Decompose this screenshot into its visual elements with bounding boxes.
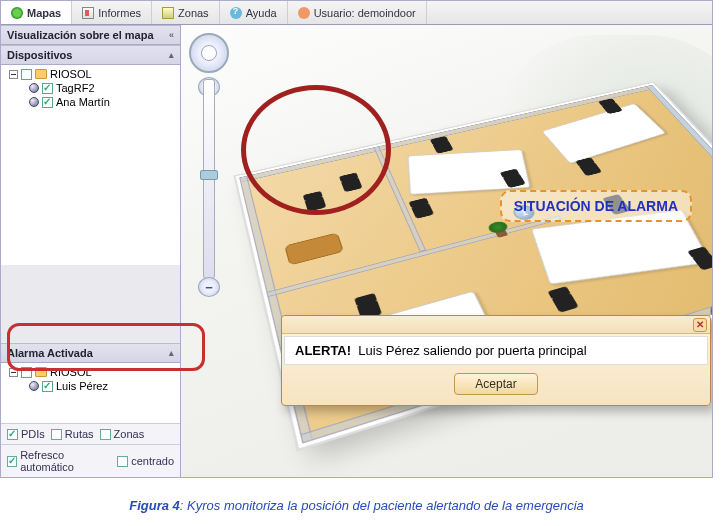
tree-root-riosol-alarm[interactable]: RIOSOL [7, 365, 180, 379]
alert-message: ALERTA! Luis Pérez saliendo por puerta p… [284, 336, 708, 365]
tree-root-riosol[interactable]: RIOSOL [7, 67, 180, 81]
accept-button[interactable]: Aceptar [454, 373, 537, 395]
tree-label: RIOSOL [50, 68, 92, 80]
tree-item-tagrf2[interactable]: TagRF2 [7, 81, 180, 95]
panel-title: Alarma Activada [7, 347, 93, 359]
tab-informes[interactable]: Informes [72, 1, 152, 24]
device-icon [29, 83, 39, 93]
device-icon [29, 381, 39, 391]
check-refresco[interactable]: Refresco automático [7, 449, 111, 473]
check-centrado[interactable]: centrado [117, 455, 174, 467]
tab-label: Usuario: demoindoor [314, 7, 416, 19]
chair [341, 177, 363, 192]
tab-label: Ayuda [246, 7, 277, 19]
alert-titlebar[interactable]: ✕ [282, 316, 710, 334]
checkbox[interactable] [42, 97, 53, 108]
tab-usuario[interactable]: Usuario: demoindoor [288, 1, 427, 24]
tab-ayuda[interactable]: Ayuda [220, 1, 288, 24]
panel-devices[interactable]: Dispositivos ▴ [1, 45, 180, 65]
alarm-situation-callout: SITUACIÓN DE ALARMA [500, 190, 692, 222]
tree-label: Ana Martín [56, 96, 110, 108]
help-icon [230, 7, 242, 19]
tree-item-luis[interactable]: Luis Pérez [7, 379, 180, 393]
couch [284, 232, 344, 265]
chair [411, 202, 435, 219]
folder-icon [35, 69, 47, 79]
collapse-icon[interactable]: ▴ [169, 50, 174, 60]
panel-alarm[interactable]: Alarma Activada ▴ [1, 343, 180, 363]
collapse-icon[interactable]: « [169, 30, 174, 40]
options-row-1: PDIs Rutas Zonas [1, 423, 180, 444]
tab-label: Mapas [27, 7, 61, 19]
map-viewport[interactable]: + − [181, 25, 712, 477]
panel-title: Visualización sobre el mapa [7, 29, 154, 41]
figure-label: Figura 4 [129, 498, 180, 513]
alert-title: ALERTA! [295, 343, 351, 358]
figure-caption: Figura 4: Kyros monitoriza la posición d… [0, 478, 713, 513]
devices-tree: RIOSOL TagRF2 Ana Martín [1, 65, 180, 265]
figure-text: : Kyros monitoriza la posición del pacie… [180, 498, 584, 513]
chair [432, 140, 454, 154]
tree-item-ana[interactable]: Ana Martín [7, 95, 180, 109]
tab-mapas[interactable]: Mapas [1, 1, 72, 24]
report-icon [82, 7, 94, 19]
checkbox[interactable] [42, 381, 53, 392]
expand-toggle-icon[interactable] [9, 368, 18, 377]
checkbox[interactable] [42, 83, 53, 94]
tab-zonas[interactable]: Zonas [152, 1, 220, 24]
chair [691, 252, 712, 271]
chair [551, 292, 579, 313]
floorplan-3d: 1 2 3 [201, 69, 712, 477]
alert-text: Luis Pérez saliendo por puerta principal [358, 343, 586, 358]
checkbox[interactable] [21, 367, 32, 378]
checkbox[interactable] [21, 69, 32, 80]
check-pdis[interactable]: PDIs [7, 428, 45, 440]
check-rutas[interactable]: Rutas [51, 428, 94, 440]
sidebar: Visualización sobre el mapa « Dispositiv… [1, 25, 181, 477]
pan-compass[interactable] [189, 33, 229, 73]
user-icon [298, 7, 310, 19]
chair [578, 161, 602, 176]
tree-label: Luis Pérez [56, 380, 108, 392]
chair [304, 195, 326, 211]
tree-label: RIOSOL [50, 366, 92, 378]
close-button[interactable]: ✕ [693, 318, 707, 332]
collapse-icon[interactable]: ▴ [169, 348, 174, 358]
alert-actions: Aceptar [282, 367, 710, 405]
main-toolbar: Mapas Informes Zonas Ayuda Usuario: demo… [1, 1, 712, 25]
options-row-2: Refresco automático centrado [1, 444, 180, 477]
tab-label: Informes [98, 7, 141, 19]
desk [541, 103, 666, 164]
tab-label: Zonas [178, 7, 209, 19]
zoom-out-button[interactable]: − [198, 277, 220, 297]
folder-icon [35, 367, 47, 377]
device-icon [29, 97, 39, 107]
alert-dialog: ✕ ALERTA! Luis Pérez saliendo por puerta… [281, 315, 711, 406]
globe-icon [11, 7, 23, 19]
tree-label: TagRF2 [56, 82, 95, 94]
expand-toggle-icon[interactable] [9, 70, 18, 79]
panel-visualization[interactable]: Visualización sobre el mapa « [1, 25, 180, 45]
panel-title: Dispositivos [7, 49, 72, 61]
check-zonas[interactable]: Zonas [100, 428, 145, 440]
zone-icon [162, 7, 174, 19]
alarm-tree: RIOSOL Luis Pérez [1, 363, 180, 423]
